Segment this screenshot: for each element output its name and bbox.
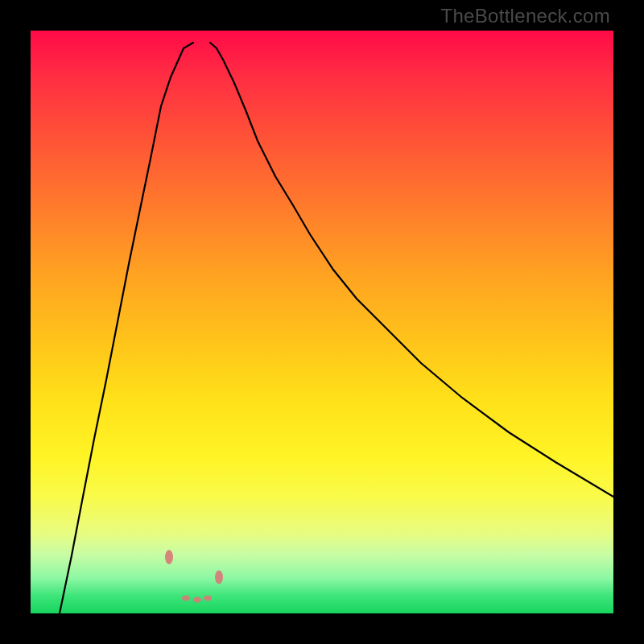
curve-right [210,43,613,497]
chart-frame: TheBottleneck.com [0,0,644,644]
marker-group [165,550,223,603]
marker-dot [165,550,173,564]
marker-dot [204,596,212,601]
marker-dot [193,597,201,603]
curve-overlay [31,31,613,613]
marker-dot [215,571,223,584]
marker-dot [182,596,190,601]
watermark-text: TheBottleneck.com [440,5,610,27]
plot-area [31,31,613,613]
curve-left [60,43,193,613]
